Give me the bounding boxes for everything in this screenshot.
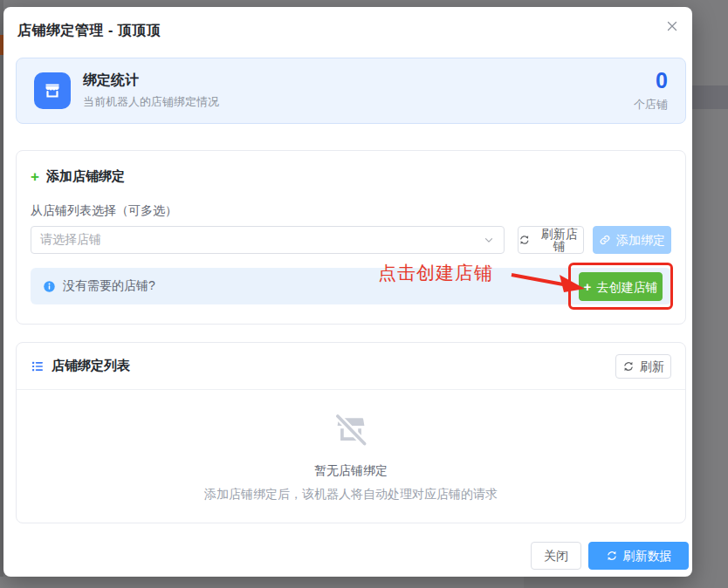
- plus-icon: +: [31, 169, 39, 184]
- close-button-label: 关闭: [544, 550, 568, 562]
- shop-binding-dialog: 店铺绑定管理 - 顶顶顶 绑定统计 当前机器人的店铺绑定情况 0 个店铺 + 添…: [3, 7, 692, 577]
- create-shop-button[interactable]: + 去创建店铺: [579, 272, 663, 301]
- refresh-icon: [606, 550, 618, 562]
- link-icon: [599, 234, 611, 246]
- stats-subtitle: 当前机器人的店铺绑定情况: [83, 94, 634, 110]
- refresh-shops-label: 刷新店铺: [536, 228, 583, 252]
- create-shop-label: 去创建店铺: [596, 281, 657, 293]
- store-icon: [34, 72, 71, 109]
- refresh-data-label: 刷新数据: [623, 550, 672, 562]
- shop-select-label: 从店铺列表选择（可多选）: [31, 203, 177, 219]
- add-binding-label: 添加绑定: [616, 234, 665, 246]
- backdrop-bottom-band: [0, 577, 524, 588]
- annotation-text: 点击创建店铺: [378, 261, 493, 285]
- add-section-header: + 添加店铺绑定: [31, 168, 125, 185]
- store-off-icon: [332, 411, 370, 449]
- add-binding-section: + 添加店铺绑定 从店铺列表选择（可多选） 请选择店铺 刷新店铺 添加绑定 没有…: [16, 150, 686, 325]
- shop-count-value: 0: [634, 70, 668, 92]
- list-icon: [31, 359, 45, 373]
- refresh-icon: [519, 234, 531, 246]
- no-shop-hint-text: 没有需要的店铺?: [63, 278, 155, 294]
- close-button[interactable]: 关闭: [531, 542, 581, 570]
- stats-title: 绑定统计: [83, 72, 634, 90]
- refresh-list-button[interactable]: 刷新: [615, 354, 671, 379]
- empty-state: 暂无店铺绑定 添加店铺绑定后，该机器人将自动处理对应店铺的请求: [17, 390, 685, 503]
- empty-state-hint: 添加店铺绑定后，该机器人将自动处理对应店铺的请求: [17, 487, 685, 503]
- add-binding-button[interactable]: 添加绑定: [593, 226, 671, 254]
- refresh-data-button[interactable]: 刷新数据: [588, 542, 689, 570]
- refresh-icon: [622, 360, 635, 373]
- binding-stats-card: 绑定统计 当前机器人的店铺绑定情况 0 个店铺: [16, 58, 686, 124]
- refresh-list-label: 刷新: [640, 360, 664, 373]
- binding-list-title: 店铺绑定列表: [52, 358, 608, 374]
- backdrop-right-band: [690, 85, 728, 109]
- chevron-down-icon: [483, 234, 495, 246]
- shop-select[interactable]: 请选择店铺: [31, 226, 505, 254]
- binding-list-section: 店铺绑定列表 刷新 暂无店铺绑定 添加店铺绑定后，该机器人将自动处理对应店铺的请…: [16, 342, 686, 523]
- shop-count-unit: 个店铺: [634, 97, 668, 113]
- close-icon[interactable]: [663, 17, 682, 37]
- add-section-title: 添加店铺绑定: [46, 168, 125, 185]
- empty-state-title: 暂无店铺绑定: [17, 463, 685, 479]
- dialog-title: 店铺绑定管理 - 顶顶顶: [17, 22, 161, 40]
- shop-select-placeholder: 请选择店铺: [40, 232, 483, 248]
- refresh-shops-button[interactable]: 刷新店铺: [518, 226, 584, 254]
- binding-list-header: 店铺绑定列表 刷新: [17, 343, 685, 390]
- annotation-arrow-icon: [505, 264, 586, 299]
- info-icon: [43, 280, 56, 293]
